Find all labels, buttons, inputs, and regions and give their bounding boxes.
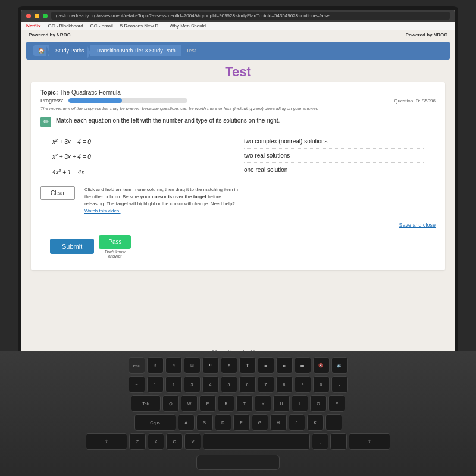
bookmarks-bar: Netflix GC - Blackboard GC - email 5 Rea… [21, 22, 455, 30]
key-c[interactable]: C [166, 433, 183, 450]
key-f7[interactable]: ⏮ [258, 357, 274, 374]
laptop-frame: gaston.edready.org/assessment/retakeTopi… [0, 0, 476, 476]
submit-button[interactable]: Submit [50, 239, 94, 254]
key-f1[interactable]: ☀ [147, 357, 164, 374]
bookmark-blackboard[interactable]: GC - Blackboard [48, 23, 83, 29]
clear-section: Clear Click and hold an item in one colu… [40, 186, 436, 215]
key-f11[interactable]: 🔉 [331, 357, 348, 374]
screen-content: gaston.edready.org/assessment/retakeTopi… [21, 10, 455, 353]
key-1[interactable]: 1 [147, 376, 164, 393]
key-4[interactable]: 4 [202, 376, 219, 393]
equation-item-1[interactable]: x2 + 3x + 4 = 0 [52, 149, 232, 164]
key-f[interactable]: F [233, 414, 250, 431]
key-dot[interactable]: . [330, 433, 347, 450]
key-l[interactable]: L [325, 414, 342, 431]
close-dot[interactable] [26, 14, 31, 18]
key-8[interactable]: 8 [276, 376, 293, 393]
key-u[interactable]: U [273, 395, 290, 412]
key-d[interactable]: D [215, 414, 231, 431]
pass-button-wrap: Pass Don't knowanswer [99, 235, 131, 258]
key-f2[interactable]: ☀ [165, 357, 182, 374]
drag-instructions: Click and hold an item in one column, th… [84, 186, 239, 215]
key-f5[interactable]: ✦ [221, 357, 237, 374]
breadcrumb-study-paths[interactable]: Study Paths [49, 45, 90, 56]
page-title: Test [21, 64, 455, 80]
key-j[interactable]: J [289, 414, 305, 431]
address-bar[interactable]: gaston.edready.org/assessment/retakeTopi… [51, 12, 450, 20]
progress-note: The movement of the progress bar may be … [40, 106, 436, 112]
key-q[interactable]: Q [162, 395, 179, 412]
key-o[interactable]: O [310, 395, 327, 412]
key-tilde[interactable]: ~ [129, 376, 145, 393]
question-text: Match each equation on the left with the… [56, 117, 280, 125]
minimize-dot[interactable] [35, 14, 39, 18]
key-2[interactable]: 2 [165, 376, 182, 393]
key-comma[interactable]: , [312, 433, 328, 450]
key-f9[interactable]: ⏭ [295, 357, 311, 374]
key-f4[interactable]: ⠿ [202, 357, 219, 374]
keyboard-area: esc ☀ ☀ ⊞ ⠿ ✦ ⬆ ⏮ ⏯ ⏭ 🔇 🔉 ~ 1 2 3 4 5 6 … [0, 351, 476, 476]
key-7[interactable]: 7 [258, 376, 274, 393]
question-header: ✏ Match each equation on the left with t… [40, 117, 436, 127]
solution-item-0[interactable]: two complex (nonreal) solutions [244, 134, 424, 149]
key-shift-right[interactable]: ⇧ [349, 433, 390, 450]
key-g[interactable]: G [252, 414, 268, 431]
maximize-dot[interactable] [43, 14, 48, 18]
equation-item-2[interactable]: 4x2 + 1 = 4x [52, 164, 232, 178]
key-3[interactable]: 3 [184, 376, 201, 393]
pass-button[interactable]: Pass [99, 235, 131, 249]
topic-label: Topic: [40, 89, 58, 96]
pencil-icon: ✏ [40, 117, 51, 127]
key-p[interactable]: P [328, 395, 345, 412]
equations-column: x2 + 3x − 4 = 0 x2 + 3x + 4 = 0 4x2 + 1 … [52, 134, 232, 179]
watch-video-link[interactable]: Watch this video. [84, 208, 121, 214]
key-5[interactable]: 5 [221, 376, 237, 393]
key-t[interactable]: T [236, 395, 253, 412]
keyboard-row-1: esc ☀ ☀ ⊞ ⠿ ✦ ⬆ ⏮ ⏯ ⏭ 🔇 🔉 [129, 357, 348, 374]
keyboard-row-2: ~ 1 2 3 4 5 6 7 8 9 0 - [129, 376, 348, 393]
key-0[interactable]: 0 [313, 376, 330, 393]
key-h[interactable]: H [270, 414, 287, 431]
trackpad[interactable] [196, 455, 280, 470]
solution-item-1[interactable]: two real solutions [244, 149, 424, 163]
question-id: Question ID: S5996 [394, 98, 436, 104]
key-9[interactable]: 9 [295, 376, 311, 393]
solution-item-2[interactable]: one real solution [244, 163, 424, 177]
key-v[interactable]: V [184, 433, 201, 450]
matching-table: x2 + 3x − 4 = 0 x2 + 3x + 4 = 0 4x2 + 1 … [52, 134, 424, 179]
key-k[interactable]: K [307, 414, 324, 431]
key-6[interactable]: 6 [239, 376, 256, 393]
dont-know-label: Don't knowanswer [105, 250, 125, 258]
key-space[interactable] [203, 433, 310, 450]
key-y[interactable]: Y [255, 395, 271, 412]
key-esc[interactable]: esc [129, 357, 145, 374]
key-s[interactable]: S [196, 414, 213, 431]
progress-bar-container [68, 98, 187, 103]
bookmark-why[interactable]: Why Men Should... [170, 23, 210, 29]
save-close-link[interactable]: Save and close [399, 222, 436, 228]
key-minus[interactable]: - [331, 376, 348, 393]
key-e[interactable]: E [199, 395, 216, 412]
key-w[interactable]: W [181, 395, 198, 412]
equation-item-0[interactable]: x2 + 3x − 4 = 0 [52, 134, 232, 149]
key-caps[interactable]: Caps [134, 414, 176, 431]
key-r[interactable]: R [218, 395, 234, 412]
key-f8[interactable]: ⏯ [276, 357, 293, 374]
breadcrumb-tier[interactable]: Transition Math Tier 3 Study Path [90, 45, 181, 56]
key-f3[interactable]: ⊞ [184, 357, 201, 374]
key-x[interactable]: X [148, 433, 164, 450]
breadcrumb-current: Test [181, 45, 201, 56]
key-i[interactable]: I [292, 395, 308, 412]
bookmark-email[interactable]: GC - email [90, 23, 113, 29]
key-f10[interactable]: 🔇 [313, 357, 330, 374]
key-f6[interactable]: ⬆ [239, 357, 256, 374]
key-z[interactable]: Z [129, 433, 146, 450]
progress-bar-fill [68, 98, 122, 103]
bookmark-netflix[interactable]: Netflix [26, 23, 40, 29]
bookmark-reasons[interactable]: 5 Reasons New D... [120, 23, 162, 29]
key-tab[interactable]: Tab [131, 395, 161, 412]
clear-button[interactable]: Clear [40, 186, 75, 200]
browser-chrome: gaston.edready.org/assessment/retakeTopi… [21, 10, 455, 22]
key-shift-left[interactable]: ⇧ [86, 433, 127, 450]
key-a[interactable]: A [178, 414, 195, 431]
